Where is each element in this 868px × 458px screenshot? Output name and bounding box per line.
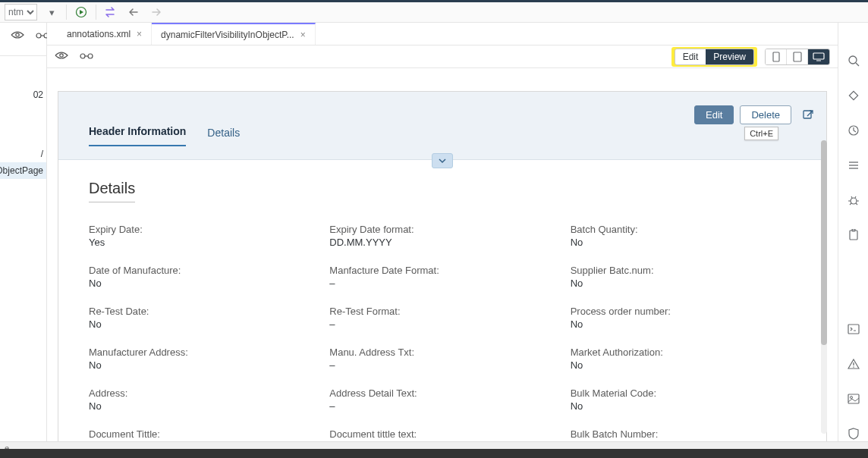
tab-dynamicfilter[interactable]: dynamicFilterVisibilityInObjectP... × xyxy=(152,23,316,45)
svg-rect-27 xyxy=(804,111,811,118)
field-label: Re-Test Format: xyxy=(329,306,555,317)
field-label: Document tittle text: xyxy=(329,428,555,440)
field-label: Bulk Batch Number: xyxy=(571,428,796,440)
svg-point-17 xyxy=(853,366,854,368)
nav-swap-icon[interactable] xyxy=(102,4,119,20)
field: Supplier Batc.num:No xyxy=(571,265,796,289)
svg-rect-25 xyxy=(813,53,824,59)
eye-icon[interactable] xyxy=(55,51,68,62)
bug-icon[interactable] xyxy=(846,193,861,208)
edit-shortcut-tooltip: Ctrl+E xyxy=(744,127,778,140)
svg-rect-23 xyxy=(773,52,779,61)
field-value: No xyxy=(571,359,796,371)
inner-toolbar: Edit Preview xyxy=(47,45,838,68)
tab-strip: annotations.xml × dynamicFilterVisibilit… xyxy=(47,23,838,45)
close-icon[interactable]: × xyxy=(300,30,306,40)
object-page: Edit Delete Ctrl+E Header Information De… xyxy=(58,91,827,441)
clock-icon[interactable] xyxy=(846,123,861,138)
nav-back-icon[interactable] xyxy=(125,4,142,20)
field-value: No xyxy=(89,400,314,412)
details-grid: Expiry Date:YesExpiry Date format:DD.MM.… xyxy=(89,224,796,441)
tree-node-02[interactable]: 02 xyxy=(0,86,46,103)
svg-point-3 xyxy=(36,33,41,38)
obj-tab-header-info[interactable]: Header Information xyxy=(89,125,186,146)
tab-annotations[interactable]: annotations.xml × xyxy=(58,23,152,45)
field: Document Tittle:No xyxy=(89,428,314,441)
field-label: Date of Manufacture: xyxy=(89,265,314,276)
close-icon[interactable]: × xyxy=(137,29,142,39)
field-value: DD.MM.YYYY xyxy=(329,237,555,248)
field-label: Manufacturer Address: xyxy=(89,347,314,358)
svg-point-22 xyxy=(88,54,93,58)
object-header: Edit Delete Ctrl+E Header Information De… xyxy=(58,92,826,160)
warning-icon[interactable] xyxy=(846,356,861,372)
field: Manufacturer Address:No xyxy=(89,347,314,371)
svg-point-2 xyxy=(16,33,19,36)
field-label: Process order number: xyxy=(571,306,796,317)
scrollbar-thumb[interactable] xyxy=(821,140,827,345)
mode-preview-button[interactable]: Preview xyxy=(706,49,753,64)
field: Re-Test Format:– xyxy=(329,306,555,330)
field-value: No xyxy=(571,278,796,289)
svg-rect-7 xyxy=(849,91,857,99)
field-value: – xyxy=(329,318,555,330)
delete-button[interactable]: Delete xyxy=(740,105,791,124)
right-rail xyxy=(838,23,868,441)
details-section: Details Expiry Date:YesExpiry Date forma… xyxy=(58,160,826,441)
svg-rect-18 xyxy=(848,394,859,403)
device-phone-icon[interactable] xyxy=(766,49,787,64)
field: Expiry Date:Yes xyxy=(89,224,314,248)
bottom-dark-bar xyxy=(0,449,868,458)
preview-canvas: Edit Delete Ctrl+E Header Information De… xyxy=(47,68,838,441)
device-tablet-icon[interactable] xyxy=(787,49,808,64)
glasses-icon[interactable] xyxy=(79,51,94,62)
run-icon[interactable] xyxy=(73,4,90,20)
chevron-down-icon[interactable]: ▾ xyxy=(43,4,60,20)
eye-icon[interactable] xyxy=(11,30,24,42)
field-value: No xyxy=(89,278,314,289)
terminal-icon[interactable] xyxy=(846,322,861,337)
device-switcher xyxy=(765,49,830,65)
svg-point-5 xyxy=(849,56,857,64)
mode-edit-button[interactable]: Edit xyxy=(675,49,706,64)
file-type-select[interactable]: ntm xyxy=(5,4,37,20)
field-label: Bulk Material Code: xyxy=(571,387,796,399)
field: Manfacture Date Format:– xyxy=(329,265,555,289)
field: Manu. Address Txt:– xyxy=(329,347,555,371)
field-value: – xyxy=(329,359,555,371)
field-label: Manu. Address Txt: xyxy=(329,347,555,358)
tree-node-slash[interactable]: / xyxy=(0,146,46,162)
svg-marker-1 xyxy=(80,10,83,14)
shield-icon[interactable] xyxy=(846,426,861,441)
field: Process order number:No xyxy=(571,306,796,330)
field-value: – xyxy=(329,400,555,412)
field: Re-Test Date:No xyxy=(89,306,314,330)
device-desktop-icon[interactable] xyxy=(808,49,829,64)
left-sidebar: 02 / ObjectPage xyxy=(0,23,47,441)
scrollbar[interactable] xyxy=(821,140,827,434)
field-value: No xyxy=(89,318,314,330)
separator xyxy=(96,5,96,20)
search-icon[interactable] xyxy=(846,53,861,68)
picture-icon[interactable] xyxy=(846,391,861,406)
nav-forward-icon[interactable] xyxy=(148,4,165,20)
field-label: Expiry Date: xyxy=(89,224,314,235)
editor-area: annotations.xml × dynamicFilterVisibilit… xyxy=(47,23,838,441)
svg-rect-15 xyxy=(848,325,859,334)
field-value: No xyxy=(571,237,796,248)
header-expand-handle[interactable] xyxy=(432,153,453,168)
share-icon[interactable] xyxy=(800,108,816,123)
diamond-icon[interactable] xyxy=(846,88,861,103)
edit-mode-highlight: Edit Preview xyxy=(671,47,757,67)
obj-tab-details[interactable]: Details xyxy=(207,127,240,146)
field: Market Authorization:No xyxy=(571,347,796,371)
edit-button[interactable]: Edit xyxy=(694,105,734,124)
clipboard-icon[interactable] xyxy=(846,227,861,243)
list-icon[interactable] xyxy=(846,158,861,173)
field: Batch Quantity:No xyxy=(571,224,796,248)
field: Date of Manufacture:No xyxy=(89,265,314,289)
field-value: No xyxy=(571,400,796,412)
tab-label: annotations.xml xyxy=(67,29,131,39)
tree-node-objectpage[interactable]: ObjectPage xyxy=(0,162,46,179)
separator xyxy=(66,5,67,20)
